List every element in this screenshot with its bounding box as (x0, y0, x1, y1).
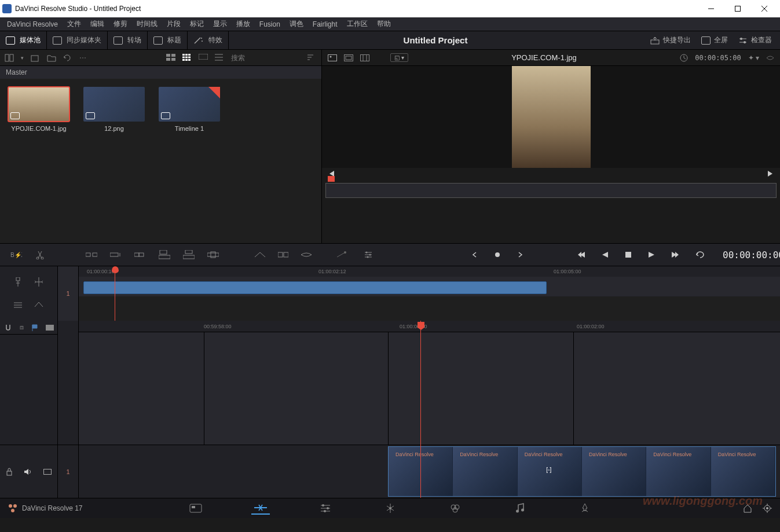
fusion-page-button[interactable] (381, 502, 400, 515)
menu-item[interactable]: 帮助 (372, 19, 396, 29)
home-button[interactable] (743, 504, 752, 513)
video-trim-icon[interactable] (34, 301, 45, 310)
menu-item[interactable]: 播放 (232, 19, 255, 29)
mediapool-toggle[interactable]: 媒体池 (0, 31, 47, 49)
cut-icon[interactable] (278, 250, 288, 259)
minimize-button[interactable] (698, 0, 724, 17)
lock-playhead-icon[interactable] (13, 277, 24, 287)
go-first-button[interactable] (577, 251, 586, 259)
video-track-icon[interactable] (43, 469, 52, 475)
import-icon[interactable] (31, 54, 40, 62)
boring-detector-icon[interactable]: B⚡Z (10, 250, 22, 259)
next-edit-button[interactable] (515, 251, 523, 259)
list-view-icon[interactable] (215, 54, 224, 62)
grid-overlay-icon[interactable] (360, 54, 369, 61)
clip-item[interactable]: YPOJIE.COM-1.jpg (8, 87, 69, 132)
quick-export-button[interactable]: 快捷导出 (650, 35, 691, 45)
metadata-view-icon[interactable] (166, 54, 175, 62)
audio-clip[interactable]: DaVinci ResolveDaVinci ResolveDaVinci Re… (388, 446, 776, 497)
smart-insert-icon[interactable] (86, 250, 97, 259)
resolve-fx-icon[interactable]: ⋯ (79, 54, 89, 62)
clip-item[interactable]: Timeline 1 (159, 87, 220, 132)
main-playhead[interactable] (420, 321, 421, 498)
last-frame-button[interactable] (767, 170, 775, 178)
safe-area-icon[interactable] (344, 54, 353, 61)
flag-icon[interactable] (31, 324, 38, 331)
timeline-clip[interactable] (83, 281, 547, 294)
view-options-icon[interactable] (46, 325, 54, 331)
close-button[interactable] (751, 0, 778, 17)
bypass-icon[interactable] (766, 54, 774, 61)
menu-item[interactable]: 时间线 (132, 19, 162, 29)
free-playhead-icon[interactable] (34, 277, 45, 287)
close-up-icon[interactable] (159, 250, 170, 259)
scrub-playhead[interactable] (328, 176, 335, 182)
menu-item[interactable]: 标记 (185, 19, 208, 29)
timeline-mode-icon[interactable] (336, 251, 346, 258)
split-clip-icon[interactable] (35, 250, 45, 259)
menu-item[interactable]: DaVinci Resolve (2, 20, 63, 28)
menu-item[interactable]: 编辑 (86, 19, 109, 29)
record-button[interactable] (495, 252, 500, 258)
zoom-dropdown[interactable]: ◱ ▾ (390, 53, 408, 62)
play-reverse-button[interactable] (601, 251, 609, 259)
viewer-scrubber[interactable] (322, 179, 780, 199)
maximize-button[interactable] (724, 0, 751, 17)
cut-page-button[interactable] (251, 502, 270, 515)
source-overwrite-icon[interactable] (207, 250, 219, 259)
upper-playhead[interactable] (115, 266, 115, 321)
audio-track-a1[interactable]: DaVinci ResolveDaVinci ResolveDaVinci Re… (79, 445, 780, 498)
timeline-options-icon[interactable] (364, 251, 373, 259)
menu-item[interactable]: 显示 (208, 19, 232, 29)
timeline-timecode[interactable]: 00:00:00:00 (723, 250, 780, 261)
tools-dropdown-icon[interactable]: ✦ ▾ (748, 54, 759, 62)
place-on-top-icon[interactable] (183, 250, 195, 259)
thumbnail-view-icon[interactable] (182, 54, 192, 62)
menu-item[interactable]: 修剪 (109, 19, 132, 29)
effects-toggle[interactable]: 特效 (188, 31, 229, 49)
menu-item[interactable]: Fusion (255, 20, 285, 28)
chevron-down-icon[interactable]: ▾ (21, 55, 24, 61)
titles-toggle[interactable]: 标题 (148, 31, 188, 49)
mute-track-icon[interactable] (24, 468, 32, 475)
syncbin-toggle[interactable]: 同步媒体夹 (47, 31, 108, 49)
sort-icon[interactable] (307, 54, 317, 62)
play-button[interactable] (647, 251, 656, 259)
transitions-toggle[interactable]: 转场 (108, 31, 148, 49)
lock-track-icon[interactable] (6, 468, 13, 476)
ripple-overwrite-icon[interactable] (134, 250, 146, 259)
project-settings-button[interactable] (763, 504, 772, 513)
clip-item[interactable]: 12.png (83, 87, 145, 132)
color-page-button[interactable] (446, 502, 464, 515)
stop-button[interactable] (624, 251, 632, 259)
menu-item[interactable]: Fairlight (308, 20, 342, 28)
sync-icon[interactable] (63, 54, 72, 62)
prev-edit-button[interactable] (471, 251, 479, 259)
audio-trim-icon[interactable] (13, 301, 24, 310)
audio-track-header[interactable]: 1 (58, 445, 78, 498)
menu-item[interactable]: 文件 (63, 19, 86, 29)
image-mode-icon[interactable] (328, 54, 337, 61)
bin-view-icon[interactable] (5, 54, 14, 62)
bin-path[interactable]: Master (0, 66, 321, 79)
main-timeline-canvas[interactable]: 00:59:58:0001:00:00:0001:00:02:00 DaVinc… (79, 321, 780, 498)
import-folder-icon[interactable] (47, 54, 56, 62)
loop-button[interactable] (695, 250, 705, 259)
snap-icon[interactable] (4, 324, 12, 332)
track-header-v1[interactable]: 1 (58, 266, 79, 321)
fairlight-page-button[interactable] (511, 502, 529, 515)
deliver-page-button[interactable] (576, 502, 594, 515)
menu-item[interactable]: 调色 (285, 19, 308, 29)
go-last-button[interactable] (671, 251, 680, 259)
strip-view-icon[interactable] (199, 54, 208, 62)
viewer-canvas[interactable] (322, 66, 780, 168)
menu-item[interactable]: 片段 (162, 19, 185, 29)
edit-page-button[interactable] (316, 502, 335, 515)
marker-icon[interactable]: ⧈ (20, 324, 24, 331)
media-page-button[interactable] (186, 502, 205, 515)
append-icon[interactable] (110, 250, 122, 259)
upper-timeline-canvas[interactable]: 01:00:00:1001:00:02:1201:00:05:00 (79, 266, 780, 321)
fullscreen-button[interactable]: 全屏 (701, 35, 728, 45)
dissolve-icon[interactable] (255, 250, 265, 259)
menu-item[interactable]: 工作区 (342, 19, 372, 29)
